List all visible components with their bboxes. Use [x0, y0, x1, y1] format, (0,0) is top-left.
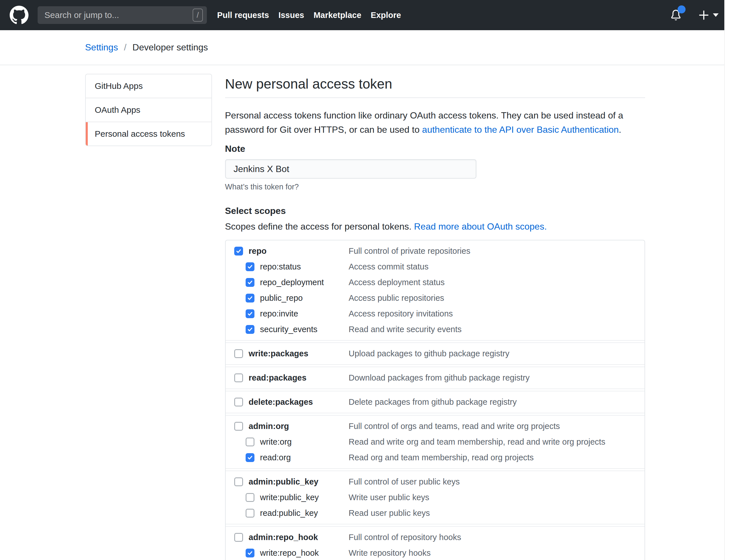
checkbox-repo-deployment[interactable] [246, 278, 254, 287]
sidebar-item-oauth-apps[interactable]: OAuth Apps [86, 98, 211, 122]
scope-group-delete-packages: delete:packagesDelete packages from gith… [226, 391, 645, 413]
checkbox-admin-public-key[interactable] [234, 477, 243, 486]
checkbox-write-org[interactable] [246, 438, 254, 446]
nav-item-issues[interactable]: Issues [278, 11, 304, 20]
checkbox-admin-org[interactable] [234, 422, 243, 431]
checkmark-icon [247, 264, 253, 270]
breadcrumb-bar: Settings / Developer settings [0, 30, 730, 65]
scope-row-admin-org: admin:orgFull control of orgs and teams,… [226, 418, 645, 434]
nav-item-pull-requests[interactable]: Pull requests [217, 11, 269, 20]
scope-name-label[interactable]: repo_deployment [260, 278, 324, 287]
breadcrumb: Settings / Developer settings [85, 30, 645, 65]
checkbox-read-public-key[interactable] [246, 509, 254, 518]
scope-name-label[interactable]: repo:status [260, 262, 301, 271]
checkbox-repo-invite[interactable] [246, 309, 254, 318]
scope-name-label[interactable]: delete:packages [249, 397, 313, 407]
scope-description: Write user public keys [349, 493, 645, 502]
create-new-button[interactable] [698, 9, 719, 21]
page-content: GitHub AppsOAuth AppsPersonal access tok… [85, 65, 645, 560]
checkbox-write-public-key[interactable] [246, 493, 254, 502]
scope-name-label[interactable]: security_events [260, 325, 318, 334]
checkmark-icon [247, 550, 253, 556]
scope-name-cell: read:public_key [234, 508, 349, 518]
checkmark-icon [247, 326, 253, 332]
scope-name-label[interactable]: admin:repo_hook [249, 533, 318, 542]
scope-row-delete-packages: delete:packagesDelete packages from gith… [226, 394, 645, 410]
nav-item-marketplace[interactable]: Marketplace [313, 11, 361, 20]
basic-auth-link[interactable]: authenticate to the API over Basic Authe… [422, 124, 619, 135]
main-panel: New personal access token Personal acces… [225, 74, 645, 560]
scope-row-repo: repoFull control of private repositories [226, 243, 645, 259]
scope-description: Read user public keys [349, 508, 645, 518]
scope-description: Download packages from github package re… [349, 373, 645, 383]
scope-name-label[interactable]: repo [249, 246, 267, 256]
header-nav: Pull requestsIssuesMarketplaceExplore [217, 11, 401, 20]
scopes-description: Scopes define the access for personal to… [225, 221, 645, 232]
scope-name-cell: write:packages [234, 349, 349, 358]
intro-paragraph: Personal access tokens function like ord… [225, 108, 645, 137]
select-scopes-heading: Select scopes [225, 206, 645, 216]
sidebar-item-github-apps[interactable]: GitHub Apps [86, 74, 211, 98]
checkbox-repo-status[interactable] [246, 262, 254, 271]
scope-row-write-org: write:orgRead and write org and team mem… [226, 434, 645, 450]
notifications-button[interactable] [670, 8, 682, 22]
breadcrumb-separator: / [124, 42, 126, 52]
checkbox-write-repo-hook[interactable] [246, 549, 254, 557]
checkbox-read-packages[interactable] [234, 373, 243, 382]
global-header: / Pull requestsIssuesMarketplaceExplore [0, 0, 730, 30]
sidebar-item-personal-access-tokens[interactable]: Personal access tokens [86, 122, 211, 146]
scope-name-cell: repo_deployment [234, 278, 349, 287]
scope-description: Access deployment status [349, 278, 645, 287]
scope-name-label[interactable]: write:public_key [260, 493, 319, 502]
scope-name-label[interactable]: admin:public_key [249, 477, 318, 487]
checkbox-admin-repo-hook[interactable] [234, 533, 243, 542]
scope-group-admin-org: admin:orgFull control of orgs and teams,… [226, 415, 645, 469]
unread-indicator [678, 5, 686, 13]
scope-name-cell: write:org [234, 437, 349, 447]
scope-name-cell: read:packages [234, 373, 349, 383]
scope-row-admin-public-key: admin:public_keyFull control of user pub… [226, 474, 645, 490]
github-mark-icon [10, 6, 28, 24]
scope-row-read-packages: read:packagesDownload packages from gith… [226, 370, 645, 386]
note-input[interactable] [225, 159, 477, 179]
scope-name-label[interactable]: read:public_key [260, 508, 318, 518]
scope-name-label[interactable]: write:packages [249, 349, 308, 358]
checkbox-write-packages[interactable] [234, 349, 243, 358]
scope-name-label[interactable]: repo:invite [260, 309, 298, 318]
scrollbar-gutter[interactable] [724, 0, 730, 560]
scope-row-write-repo-hook: write:repo_hookWrite repository hooks [226, 545, 645, 560]
scope-name-label[interactable]: write:org [260, 437, 292, 447]
plus-icon [698, 9, 709, 21]
scope-description: Read and write security events [349, 325, 645, 334]
scope-name-label[interactable]: read:org [260, 453, 291, 462]
scope-row-repo-deployment: repo_deploymentAccess deployment status [226, 275, 645, 290]
scope-row-public-repo: public_repoAccess public repositories [226, 290, 645, 306]
checkbox-read-org[interactable] [246, 453, 254, 462]
scopes-list: repoFull control of private repositories… [225, 240, 645, 560]
scope-row-write-public-key: write:public_keyWrite user public keys [226, 490, 645, 505]
scope-name-label[interactable]: write:repo_hook [260, 548, 319, 558]
scope-name-label[interactable]: public_repo [260, 293, 303, 303]
scope-description: Read org and team membership, read org p… [349, 453, 645, 462]
checkbox-public-repo[interactable] [246, 294, 254, 303]
scope-name-label[interactable]: read:packages [249, 373, 306, 383]
scope-row-read-org: read:orgRead org and team membership, re… [226, 450, 645, 465]
scopes-description-text: Scopes define the access for personal to… [225, 221, 414, 232]
scope-name-label[interactable]: admin:org [249, 422, 289, 431]
scope-group-read-packages: read:packagesDownload packages from gith… [226, 367, 645, 389]
scope-row-repo-status: repo:statusAccess commit status [226, 259, 645, 275]
checkbox-repo[interactable] [234, 247, 243, 256]
scope-description: Access repository invitations [349, 309, 645, 318]
scope-name-cell: delete:packages [234, 397, 349, 407]
checkbox-delete-packages[interactable] [234, 398, 243, 406]
scope-name-cell: admin:org [234, 422, 349, 431]
header-actions [670, 8, 720, 22]
search-input[interactable] [44, 10, 193, 20]
oauth-scopes-link[interactable]: Read more about OAuth scopes. [414, 221, 547, 232]
checkbox-security-events[interactable] [246, 325, 254, 334]
breadcrumb-settings-link[interactable]: Settings [85, 42, 118, 52]
nav-item-explore[interactable]: Explore [371, 11, 401, 20]
scope-name-cell: admin:public_key [234, 477, 349, 487]
slash-key-hint: / [193, 9, 203, 22]
github-logo[interactable] [10, 6, 28, 24]
